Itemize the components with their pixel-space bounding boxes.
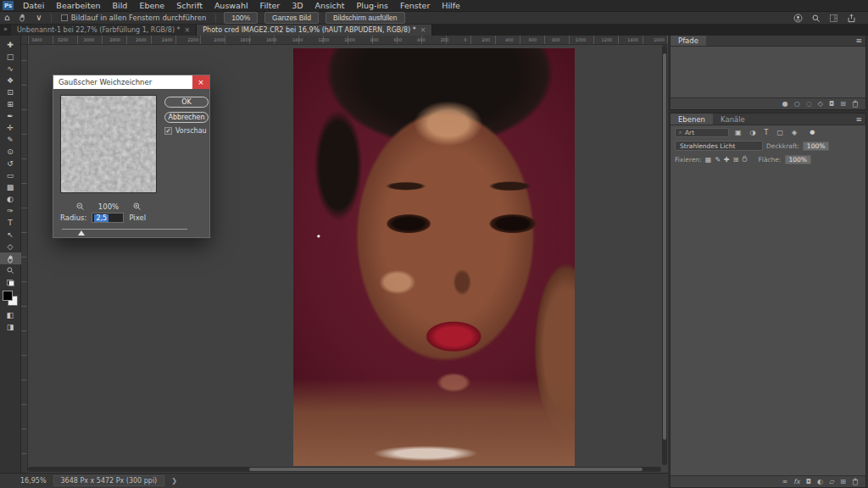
path-selection-tool[interactable]: ↖: [0, 229, 21, 241]
filter-toggle-icon[interactable]: ●: [810, 129, 815, 136]
dialog-title-bar[interactable]: Gaußscher Weichzeichner ×: [53, 75, 209, 89]
stroke-path-icon[interactable]: ○: [794, 101, 800, 108]
menu-item[interactable]: Bearbeiten: [50, 0, 106, 11]
frame-tool[interactable]: ⊞: [0, 98, 21, 110]
pen-tool[interactable]: ✑: [0, 205, 21, 217]
clone-stamp-tool[interactable]: ⊙: [0, 146, 21, 158]
shape-tool[interactable]: ◇: [0, 241, 21, 252]
dialog-close-button[interactable]: ×: [192, 75, 209, 89]
foreground-color-swatch[interactable]: [3, 291, 13, 301]
tool-preset-chevron-icon[interactable]: ∨: [36, 14, 42, 22]
slider-track[interactable]: [62, 229, 187, 230]
quick-selection-tool[interactable]: ❖: [0, 75, 21, 86]
filter-by-adjustment-icon[interactable]: ◑: [748, 129, 759, 136]
ok-button[interactable]: OK: [164, 97, 209, 108]
document-tab-unbenannt[interactable]: Unbenannt-1 bei 22,7% (Farbfüllung 1, RG…: [11, 25, 197, 36]
filter-by-shape-icon[interactable]: ▢: [774, 129, 786, 136]
crop-tool[interactable]: ⊡: [0, 86, 21, 98]
cancel-button[interactable]: Abbrechen: [164, 112, 209, 123]
marquee-tool[interactable]: □: [0, 51, 21, 63]
lock-position-icon[interactable]: ✚: [724, 156, 730, 164]
brush-tool[interactable]: ✎: [0, 134, 21, 146]
fit-screen-button[interactable]: Ganzes Bild: [264, 12, 319, 24]
eraser-tool[interactable]: ▭: [0, 169, 21, 181]
panel-menu-icon[interactable]: ≡: [855, 36, 862, 45]
dodge-tool[interactable]: ◐: [0, 193, 21, 205]
healing-brush-tool[interactable]: ✛: [0, 122, 21, 134]
hand-tool-icon[interactable]: [18, 13, 27, 24]
quick-mask-button[interactable]: ◧: [0, 309, 21, 321]
menu-item[interactable]: Hilfe: [436, 0, 466, 11]
radius-input[interactable]: 2,5: [92, 213, 124, 223]
opacity-value[interactable]: 100%: [803, 141, 829, 151]
hand-tool[interactable]: [0, 252, 21, 264]
share-icon[interactable]: [847, 14, 856, 23]
zoom-100-button[interactable]: 100%: [224, 12, 258, 24]
menu-item[interactable]: Bild: [107, 0, 134, 11]
history-brush-tool[interactable]: ↺: [0, 158, 21, 169]
load-selection-icon[interactable]: ◌: [806, 101, 812, 108]
blur-preview[interactable]: [60, 95, 157, 193]
search-icon[interactable]: [811, 14, 821, 23]
checkbox-check-icon[interactable]: ✓: [164, 127, 172, 135]
lasso-tool[interactable]: ∿: [0, 63, 21, 75]
lock-transparency-icon[interactable]: ▦: [705, 156, 712, 164]
menu-item[interactable]: 3D: [286, 0, 309, 11]
close-tab-icon[interactable]: ×: [185, 26, 191, 34]
home-icon[interactable]: ⌂: [4, 14, 9, 22]
fill-path-icon[interactable]: ●: [782, 101, 788, 108]
document-tab-photo[interactable]: Photo cred IMAGE2.CR2 bei 16,9% (hAUT AB…: [197, 25, 432, 36]
move-tool[interactable]: ✚: [0, 39, 21, 51]
menu-item[interactable]: Ebene: [133, 0, 170, 11]
delete-path-icon[interactable]: [852, 100, 859, 108]
status-chevron-icon[interactable]: ❯: [171, 477, 177, 485]
lock-all-icon[interactable]: [742, 155, 748, 164]
color-swatches[interactable]: [3, 291, 18, 306]
lock-artboard-icon[interactable]: ⊞: [733, 156, 739, 164]
filter-by-smart-object-icon[interactable]: ◈: [789, 129, 799, 136]
close-tab-icon[interactable]: ×: [420, 26, 426, 34]
layer-effects-icon[interactable]: fx: [793, 479, 800, 485]
new-layer-icon[interactable]: ⊞: [840, 479, 846, 485]
menu-item[interactable]: Schrift: [170, 0, 209, 11]
panel-menu-icon[interactable]: ≡: [855, 115, 862, 124]
preview-checkbox[interactable]: ✓ Vorschau: [164, 127, 207, 135]
tab-layers[interactable]: Ebenen: [670, 114, 713, 125]
menu-item[interactable]: Datei: [17, 0, 50, 11]
fill-screen-button[interactable]: Bildschirm ausfüllen: [326, 12, 405, 24]
scroll-all-windows-checkbox[interactable]: Bildlauf in allen Fenstern durchführen: [61, 14, 207, 22]
new-group-icon[interactable]: ▱: [829, 479, 834, 485]
screen-mode-button[interactable]: ◨: [0, 321, 21, 333]
slider-thumb[interactable]: [78, 230, 85, 236]
make-work-path-icon[interactable]: ◇: [818, 101, 823, 108]
menu-item[interactable]: Filter: [254, 0, 287, 11]
delete-layer-icon[interactable]: [852, 478, 859, 485]
menu-item[interactable]: Plug-ins: [351, 0, 394, 11]
new-adjustment-layer-icon[interactable]: ◐: [817, 479, 823, 485]
horizontal-scrollbar-thumb[interactable]: [249, 468, 642, 471]
vertical-scrollbar-thumb[interactable]: [663, 53, 666, 440]
portrait-photo[interactable]: [293, 48, 575, 466]
zoom-level-field[interactable]: 16,95%: [20, 477, 47, 485]
workspace-icon[interactable]: [829, 14, 838, 23]
add-mask-icon[interactable]: ◘: [829, 101, 834, 108]
eyedropper-tool[interactable]: ✒: [0, 110, 21, 122]
link-layers-icon[interactable]: ∞: [782, 479, 788, 485]
account-icon[interactable]: [793, 14, 803, 23]
add-layer-mask-icon[interactable]: ◘: [806, 479, 811, 485]
menu-item[interactable]: Auswahl: [209, 0, 254, 11]
tab-paths[interactable]: Pfade: [670, 35, 706, 46]
checkbox-box[interactable]: [61, 14, 68, 21]
zoom-tool[interactable]: [0, 264, 21, 276]
gradient-tool[interactable]: ▩: [0, 181, 21, 193]
new-path-icon[interactable]: ⊞: [840, 101, 846, 108]
layer-search-kind-select[interactable]: ⌕ Art: [675, 128, 729, 137]
vertical-scrollbar[interactable]: [662, 45, 667, 465]
lock-pixels-icon[interactable]: ✎: [715, 156, 721, 164]
menu-item[interactable]: Ansicht: [309, 0, 351, 11]
tab-channels[interactable]: Kanäle: [713, 114, 753, 125]
type-tool[interactable]: T: [0, 217, 21, 229]
filter-by-image-icon[interactable]: ▣: [732, 129, 744, 136]
menu-item[interactable]: Fenster: [394, 0, 436, 11]
collapse-panels-icon[interactable]: »: [0, 25, 11, 36]
